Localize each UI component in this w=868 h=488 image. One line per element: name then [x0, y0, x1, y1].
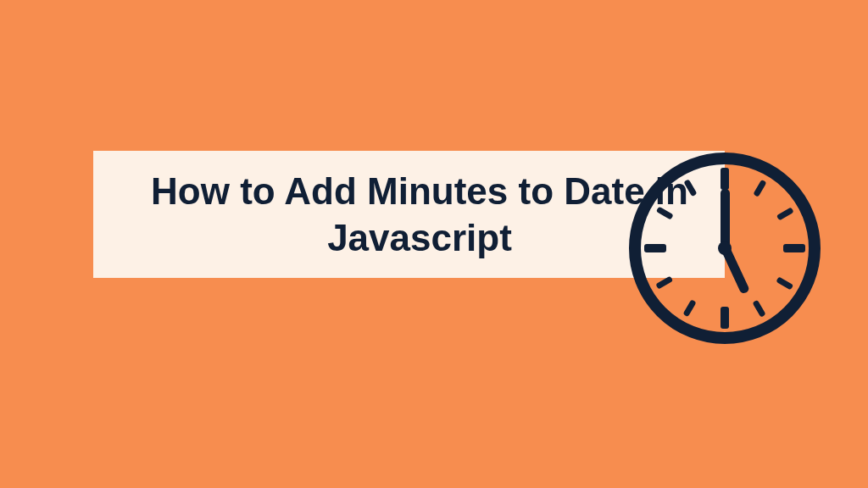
svg-rect-12	[683, 179, 697, 197]
svg-rect-9	[683, 299, 697, 317]
title-text: How to Add Minutes to Date in Javascript	[140, 168, 699, 261]
svg-rect-4	[644, 244, 666, 252]
svg-rect-10	[655, 276, 673, 290]
clock-icon	[627, 151, 822, 346]
svg-rect-2	[721, 307, 729, 329]
svg-rect-7	[776, 276, 793, 290]
svg-rect-6	[776, 207, 794, 220]
svg-rect-8	[753, 300, 766, 318]
svg-rect-11	[656, 207, 674, 220]
svg-point-15	[718, 241, 732, 255]
svg-rect-3	[783, 244, 805, 252]
svg-rect-5	[753, 180, 766, 197]
svg-rect-1	[721, 168, 729, 190]
